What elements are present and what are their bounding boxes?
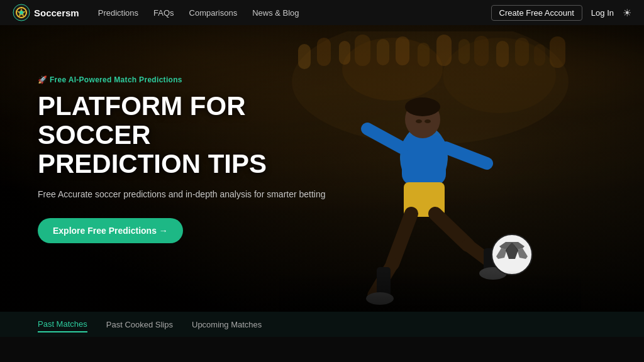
svg-rect-9 bbox=[339, 41, 350, 65]
explore-predictions-button[interactable]: Explore Free Predictions → bbox=[38, 218, 183, 243]
hero-title-line2: PREDICTION TIPS bbox=[38, 149, 267, 178]
logo[interactable]: Soccersm bbox=[13, 4, 79, 21]
nav-comparisons[interactable]: Comparisons bbox=[189, 8, 238, 18]
svg-rect-14 bbox=[436, 35, 452, 66]
svg-rect-19 bbox=[534, 44, 545, 66]
svg-line-30 bbox=[392, 214, 411, 264]
theme-toggle-icon[interactable]: ☀ bbox=[623, 7, 631, 19]
create-account-button[interactable]: Create Free Account bbox=[491, 5, 582, 21]
svg-rect-10 bbox=[355, 35, 370, 66]
svg-rect-11 bbox=[377, 39, 389, 65]
navbar: Soccersm Predictions FAQs Comparisons Ne… bbox=[0, 0, 644, 25]
nav-news-blog[interactable]: News & Blog bbox=[252, 8, 299, 18]
tab-past-cooked-slips[interactable]: Past Cooked Slips bbox=[106, 317, 173, 332]
svg-point-26 bbox=[405, 97, 440, 116]
svg-rect-20 bbox=[550, 36, 565, 68]
bottom-tabs: Past Matches Past Cooked Slips Upcoming … bbox=[0, 312, 644, 337]
svg-point-27 bbox=[416, 119, 422, 123]
svg-point-28 bbox=[425, 119, 431, 123]
hero-title: PLATFORM FOR SOCCER PREDICTION TIPS bbox=[38, 92, 352, 179]
svg-rect-7 bbox=[298, 44, 311, 69]
hero-section: 🚀 Free AI-Powered Match Predictions PLAT… bbox=[0, 25, 644, 337]
login-button[interactable]: Log In bbox=[591, 8, 614, 18]
nav-predictions[interactable]: Predictions bbox=[98, 8, 138, 18]
nav-links: Predictions FAQs Comparisons News & Blog bbox=[98, 8, 491, 18]
svg-rect-17 bbox=[496, 41, 509, 67]
svg-line-32 bbox=[435, 214, 468, 245]
logo-icon bbox=[13, 4, 30, 21]
svg-rect-22 bbox=[402, 135, 446, 185]
svg-point-3 bbox=[19, 11, 23, 14]
hero-subtitle: Free Accurate soccer predictions and in-… bbox=[38, 189, 352, 199]
hero-badge: 🚀 Free AI-Powered Match Predictions bbox=[38, 75, 352, 84]
svg-rect-15 bbox=[458, 39, 470, 64]
hero-content: 🚀 Free AI-Powered Match Predictions PLAT… bbox=[38, 75, 352, 243]
svg-rect-8 bbox=[317, 38, 331, 66]
tab-upcoming-matches[interactable]: Upcoming Matches bbox=[192, 317, 262, 332]
svg-rect-18 bbox=[515, 38, 529, 66]
svg-rect-13 bbox=[418, 43, 430, 67]
logo-text: Soccersm bbox=[34, 8, 79, 18]
hero-title-line1: PLATFORM FOR SOCCER bbox=[38, 91, 246, 150]
svg-rect-16 bbox=[474, 36, 489, 66]
nav-right: Create Free Account Log In ☀ bbox=[491, 5, 631, 21]
tab-past-matches[interactable]: Past Matches bbox=[38, 317, 87, 332]
svg-line-24 bbox=[446, 148, 487, 163]
nav-faqs[interactable]: FAQs bbox=[153, 8, 174, 18]
svg-rect-12 bbox=[396, 36, 409, 65]
